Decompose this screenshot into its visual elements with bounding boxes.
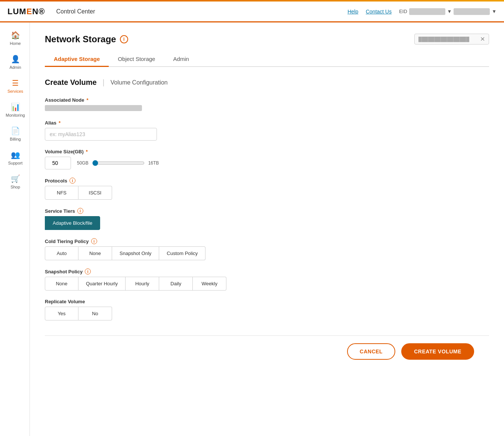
range-max: 16TB (148, 160, 159, 166)
tab-admin[interactable]: Admin (164, 52, 198, 67)
page-title: Network Storage (45, 34, 116, 44)
volume-size-label: Volume Size(GB) * (45, 149, 344, 154)
snapshot-quarter-hourly[interactable]: Quarter Hourly (78, 277, 126, 291)
range-min: 50GB (77, 160, 89, 166)
volume-size-input[interactable] (45, 157, 71, 169)
section-title: Create Volume (45, 78, 97, 87)
main-content: Network Storage i ████████████████ ✕ Ada… (30, 22, 504, 436)
nav-links: Help Contact Us EID ▼ ▼ (347, 8, 497, 15)
protocols-info-icon[interactable]: i (69, 178, 75, 184)
replicate-yes[interactable]: Yes (45, 307, 78, 320)
volume-size-required: * (86, 149, 88, 154)
create-volume-button[interactable]: CREATE VOLUME (401, 343, 474, 360)
snapshot-hourly[interactable]: Hourly (126, 277, 159, 291)
main-layout: 🏠 Home 👤 Admin ☰ Services 📊 Monitoring 📄… (0, 22, 504, 436)
sidebar-item-services[interactable]: ☰ Services (0, 74, 30, 98)
page-info-icon[interactable]: i (120, 35, 128, 43)
volume-size-row: 50GB 16TB (45, 157, 344, 169)
tab-object-storage[interactable]: Object Storage (109, 52, 164, 67)
sidebar-item-admin[interactable]: 👤 Admin (0, 50, 30, 74)
alias-required: * (59, 120, 61, 126)
service-tiers-field: Service Tiers i Adaptive Block/file (45, 208, 344, 230)
eid-value (409, 8, 445, 15)
sidebar-label-shop: Shop (10, 185, 20, 189)
tier-adaptive-block-file[interactable]: Adaptive Block/file (45, 216, 100, 230)
eid-chevron[interactable]: ▼ (447, 9, 452, 14)
search-bar: ████████████████ ✕ (414, 34, 489, 44)
form-section: Create Volume | Volume Configuration Ass… (45, 78, 344, 320)
service-tiers-label: Service Tiers i (45, 208, 344, 214)
protocols-field: Protocols i NFS ISCSI (45, 178, 344, 200)
section-header: Create Volume | Volume Configuration (45, 78, 344, 87)
sidebar-label-support: Support (8, 161, 23, 165)
protocol-iscsi[interactable]: ISCSI (78, 186, 112, 200)
cold-tiering-info-icon[interactable]: i (91, 238, 97, 244)
associated-node-value (45, 105, 142, 111)
top-nav: LUMEN® Control Center Help Contact Us EI… (0, 1, 504, 22)
page-header: Network Storage i ████████████████ ✕ (45, 34, 489, 44)
snapshot-policy-info-icon[interactable]: i (85, 268, 91, 274)
alias-field: Alias * (45, 120, 344, 141)
contact-link[interactable]: Contact Us (366, 9, 392, 15)
search-bar-text: ████████████████ (418, 37, 477, 42)
snapshot-policy-field: Snapshot Policy i None Quarter Hourly Ho… (45, 268, 344, 291)
service-tiers-info-icon[interactable]: i (77, 208, 83, 214)
monitoring-icon: 📊 (11, 102, 20, 111)
alias-input[interactable] (45, 128, 157, 141)
app-title: Control Center (56, 8, 347, 15)
eid-block: EID ▼ ▼ (399, 8, 497, 15)
account-chevron[interactable]: ▼ (492, 9, 497, 14)
cold-tier-snapshot-only[interactable]: Snapshot Only (112, 246, 159, 260)
service-tiers-group: Adaptive Block/file (45, 216, 344, 230)
protocols-label: Protocols i (45, 178, 344, 184)
help-link[interactable]: Help (347, 9, 358, 15)
search-clear-icon[interactable]: ✕ (480, 36, 485, 43)
sidebar-label-billing: Billing (10, 137, 21, 141)
billing-icon: 📄 (11, 126, 20, 135)
required-marker: * (86, 97, 88, 103)
section-divider: | (103, 78, 105, 87)
cold-tier-auto[interactable]: Auto (45, 246, 78, 260)
alias-label: Alias * (45, 120, 344, 126)
sidebar-label-admin: Admin (9, 65, 21, 70)
tabs: Adaptive Storage Object Storage Admin (45, 52, 489, 67)
sidebar-label-home: Home (10, 41, 21, 46)
cold-tiering-field: Cold Tiering Policy i Auto None Snapshot… (45, 238, 344, 260)
cold-tiering-label: Cold Tiering Policy i (45, 238, 344, 244)
page-title-row: Network Storage i (45, 34, 128, 44)
sidebar-item-shop[interactable]: 🛒 Shop (0, 170, 30, 194)
bottom-bar: CANCEL CREATE VOLUME (45, 335, 489, 367)
volume-size-field: Volume Size(GB) * 50GB 16TB (45, 149, 344, 169)
snapshot-weekly[interactable]: Weekly (193, 277, 226, 291)
shop-icon: 🛒 (11, 174, 20, 183)
snapshot-daily[interactable]: Daily (159, 277, 193, 291)
replicate-no[interactable]: No (78, 307, 112, 320)
volume-size-slider[interactable] (92, 160, 145, 166)
sidebar-item-monitoring[interactable]: 📊 Monitoring (0, 98, 30, 122)
slider-container: 50GB 16TB (77, 160, 159, 166)
replicate-volume-field: Replicate Volume Yes No (45, 299, 344, 320)
replicate-volume-group: Yes No (45, 307, 344, 320)
replicate-volume-label: Replicate Volume (45, 299, 344, 304)
snapshot-policy-label: Snapshot Policy i (45, 268, 344, 274)
sidebar-item-support[interactable]: 👥 Support (0, 146, 30, 170)
logo: LUMEN® (7, 7, 45, 16)
eid-account (454, 8, 490, 15)
sidebar-item-billing[interactable]: 📄 Billing (0, 122, 30, 146)
home-icon: 🏠 (11, 31, 20, 40)
protocol-nfs[interactable]: NFS (45, 186, 78, 200)
eid-label: EID (399, 9, 407, 14)
cold-tiering-group: Auto None Snapshot Only Custom Policy (45, 246, 344, 260)
protocols-group: NFS ISCSI (45, 186, 344, 200)
cold-tier-custom-policy[interactable]: Custom Policy (159, 246, 205, 260)
services-icon: ☰ (12, 79, 19, 87)
admin-icon: 👤 (11, 55, 20, 64)
associated-node-field: Associated Node * (45, 97, 344, 112)
cold-tier-none[interactable]: None (78, 246, 112, 260)
snapshot-none[interactable]: None (45, 277, 78, 291)
sidebar-item-home[interactable]: 🏠 Home (0, 26, 30, 50)
cancel-button[interactable]: CANCEL (347, 343, 395, 360)
tab-adaptive-storage[interactable]: Adaptive Storage (45, 52, 109, 67)
snapshot-policy-group: None Quarter Hourly Hourly Daily Weekly (45, 277, 344, 291)
section-subtitle: Volume Configuration (111, 79, 168, 86)
